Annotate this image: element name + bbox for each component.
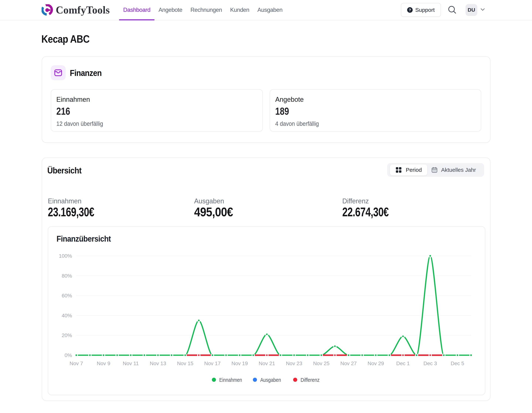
svg-text:Dec 3: Dec 3 bbox=[423, 361, 437, 366]
svg-text:Differenz: Differenz bbox=[301, 377, 320, 383]
svg-text:40%: 40% bbox=[62, 313, 72, 319]
svg-text:Ausgaben: Ausgaben bbox=[260, 377, 281, 383]
svg-text:Nov 27: Nov 27 bbox=[340, 361, 357, 366]
svg-text:Nov 17: Nov 17 bbox=[204, 361, 221, 366]
svg-text:20%: 20% bbox=[62, 332, 72, 338]
svg-text:80%: 80% bbox=[62, 273, 72, 279]
svg-text:Nov 25: Nov 25 bbox=[313, 361, 330, 366]
svg-text:Dec 1: Dec 1 bbox=[396, 361, 410, 366]
svg-text:100%: 100% bbox=[59, 253, 72, 259]
svg-text:Nov 9: Nov 9 bbox=[97, 361, 110, 366]
svg-text:0%: 0% bbox=[65, 352, 72, 358]
svg-text:60%: 60% bbox=[62, 293, 72, 299]
svg-text:Dec 5: Dec 5 bbox=[451, 361, 464, 366]
svg-text:Nov 19: Nov 19 bbox=[231, 361, 248, 366]
svg-text:Nov 23: Nov 23 bbox=[286, 361, 302, 366]
svg-text:Nov 21: Nov 21 bbox=[259, 361, 275, 366]
svg-text:Nov 7: Nov 7 bbox=[69, 361, 83, 366]
svg-text:Nov 15: Nov 15 bbox=[177, 361, 193, 366]
svg-text:Einnahmen: Einnahmen bbox=[219, 377, 242, 383]
svg-text:Nov 29: Nov 29 bbox=[368, 361, 384, 366]
svg-text:Nov 11: Nov 11 bbox=[123, 361, 139, 366]
svg-text:Nov 13: Nov 13 bbox=[150, 361, 166, 366]
